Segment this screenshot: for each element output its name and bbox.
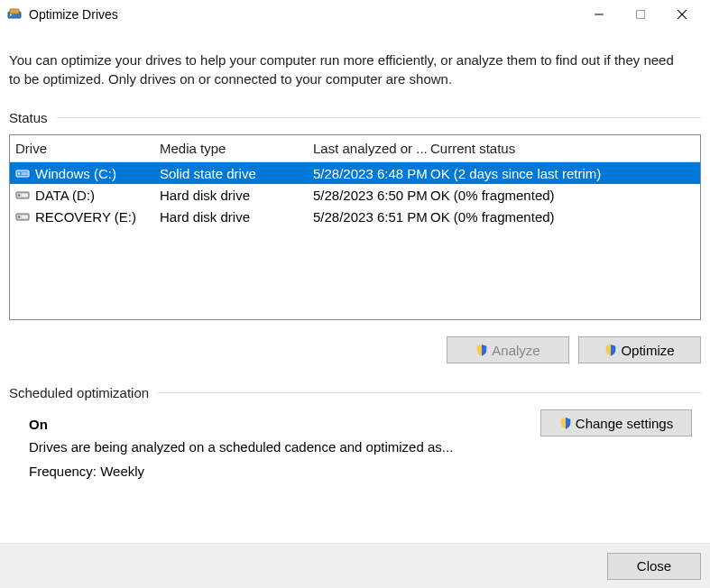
drive-last: 5/28/2023 6:51 PM: [313, 209, 430, 225]
drive-status: OK (2 days since last retrim): [430, 166, 695, 181]
schedule-state: On: [29, 417, 453, 432]
svg-rect-4: [637, 11, 645, 19]
svg-point-8: [18, 173, 20, 175]
schedule-desc: Drives are being analyzed on a scheduled…: [29, 439, 453, 455]
titlebar: Optimize Drives: [0, 0, 710, 29]
window-title: Optimize Drives: [29, 7, 578, 22]
drive-last: 5/28/2023 6:48 PM: [313, 166, 430, 181]
drive-icon: [15, 188, 30, 202]
drive-last: 5/28/2023 6:50 PM: [313, 188, 430, 203]
drives-header-row: Drive Media type Last analyzed or ... Cu…: [10, 135, 700, 162]
close-footer-button[interactable]: Close: [607, 553, 701, 580]
svg-point-11: [18, 195, 20, 197]
drive-media: Hard disk drive: [160, 188, 313, 203]
schedule-frequency: Frequency: Weekly: [29, 464, 453, 479]
description-text: You can optimize your drives to help you…: [9, 51, 701, 88]
close-label: Close: [637, 558, 671, 574]
column-header-last[interactable]: Last analyzed or ...: [313, 141, 430, 156]
status-section-label: Status: [9, 110, 48, 125]
drive-media: Solid state drive: [160, 166, 313, 181]
change-settings-button[interactable]: Change settings: [540, 409, 692, 436]
optimize-button[interactable]: Optimize: [578, 336, 701, 363]
close-button[interactable]: [661, 0, 703, 29]
scheduled-section-label: Scheduled optimization: [9, 385, 149, 400]
shield-icon: [475, 344, 488, 356]
minimize-button[interactable]: [578, 0, 620, 29]
svg-rect-9: [22, 172, 28, 175]
column-header-drive[interactable]: Drive: [15, 141, 160, 156]
svg-point-14: [18, 216, 20, 218]
drives-list[interactable]: Drive Media type Last analyzed or ... Cu…: [9, 134, 701, 320]
drive-status: OK (0% fragmented): [430, 209, 695, 225]
drive-row[interactable]: DATA (D:) Hard disk drive 5/28/2023 6:50…: [10, 184, 700, 206]
svg-point-2: [10, 14, 12, 16]
svg-rect-1: [10, 9, 19, 14]
maximize-button[interactable]: [620, 0, 661, 29]
analyze-label: Analyze: [492, 343, 539, 358]
drive-name: Windows (C:): [35, 166, 116, 181]
footer: Close: [0, 543, 710, 588]
drive-name: RECOVERY (E:): [35, 209, 136, 225]
svg-rect-12: [22, 194, 28, 197]
drive-icon: [15, 209, 30, 224]
drive-row[interactable]: Windows (C:) Solid state drive 5/28/2023…: [10, 162, 700, 184]
svg-rect-15: [22, 216, 28, 218]
divider: [57, 117, 701, 118]
drive-row[interactable]: RECOVERY (E:) Hard disk drive 5/28/2023 …: [10, 206, 700, 227]
shield-icon: [559, 417, 572, 429]
column-header-status[interactable]: Current status: [430, 141, 695, 156]
optimize-label: Optimize: [621, 343, 674, 358]
column-header-media[interactable]: Media type: [160, 141, 313, 156]
divider: [158, 392, 701, 393]
shield-icon: [604, 344, 617, 356]
drive-name: DATA (D:): [35, 188, 95, 203]
change-settings-label: Change settings: [576, 416, 673, 431]
drive-status: OK (0% fragmented): [430, 188, 695, 203]
app-icon: [7, 7, 22, 22]
drive-icon: [15, 166, 30, 180]
analyze-button[interactable]: Analyze: [447, 336, 569, 363]
drive-media: Hard disk drive: [160, 209, 313, 225]
